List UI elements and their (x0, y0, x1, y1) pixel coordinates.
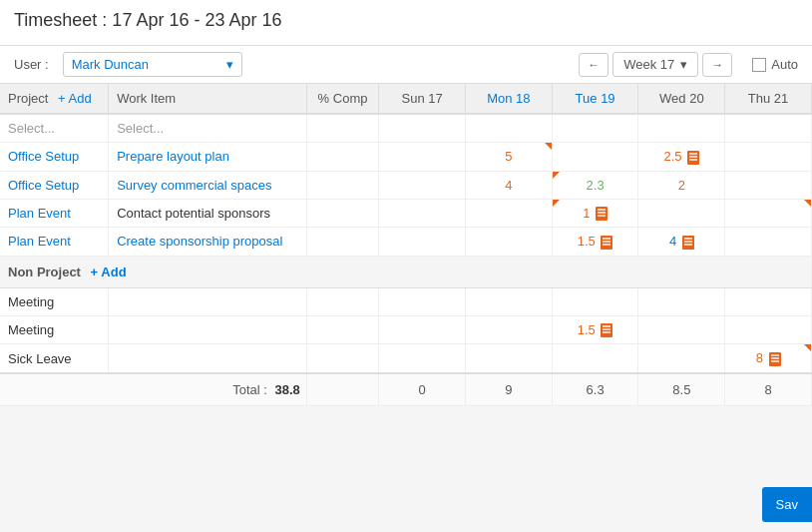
workitem-select[interactable]: Select... (109, 114, 307, 143)
thu-cell[interactable] (725, 199, 812, 228)
project-link[interactable]: Office Setup (8, 149, 79, 164)
table-row: Select... Select... (0, 114, 812, 143)
table-row: Plan Event Create sponsorship proposal 1… (0, 228, 812, 257)
thu-cell[interactable]: 8 (725, 344, 812, 373)
total-sun: 0 (379, 373, 466, 406)
sun-cell[interactable] (379, 228, 466, 257)
tue-cell[interactable]: 2.3 (552, 171, 638, 199)
mon-cell[interactable]: 4 (466, 171, 553, 199)
cell-value: 1.5 (578, 234, 596, 249)
non-project-item: Sick Leave (0, 344, 109, 373)
project-cell: Office Setup (0, 143, 109, 172)
sun-cell[interactable] (379, 143, 466, 172)
wed-cell[interactable]: 4 (638, 228, 725, 257)
workitem-cell: Survey commercial spaces (109, 171, 307, 199)
workitem-cell: Create sponsorship proposal (109, 228, 307, 257)
table-header-row: Project + Add Work Item % Comp Sun 17 Mo… (0, 84, 812, 114)
week-selector[interactable]: Week 17 ▾ (612, 52, 698, 77)
cell-value: 2.5 (664, 149, 682, 164)
project-link[interactable]: Plan Event (8, 206, 71, 221)
pct-cell (306, 171, 378, 199)
doc-icon (596, 207, 608, 221)
corner-flag-icon (553, 172, 560, 179)
mon-cell[interactable] (466, 344, 553, 373)
mon-cell[interactable]: 5 (466, 143, 553, 172)
pct-cell (306, 199, 378, 228)
table-row: Meeting (0, 287, 812, 315)
wed-cell[interactable] (638, 315, 725, 344)
wed-cell[interactable] (638, 344, 725, 373)
totals-row: Total : 38.8 0 9 6.3 8.5 8 (0, 373, 812, 406)
sun-cell[interactable] (379, 114, 466, 143)
project-select[interactable]: Select... (0, 114, 109, 143)
tue-cell[interactable] (552, 114, 638, 143)
col-header-tue: Tue 19 (552, 84, 638, 114)
next-week-button[interactable]: → (702, 53, 732, 77)
auto-label: Auto (771, 57, 798, 72)
user-dropdown[interactable]: Mark Duncan ▾ (63, 52, 242, 77)
wed-cell[interactable] (638, 199, 725, 228)
wed-cell[interactable] (638, 287, 725, 315)
table-row: Sick Leave 8 (0, 344, 812, 373)
table-row: Plan Event Contact potential sponsors 1 (0, 199, 812, 228)
tue-cell[interactable]: 1.5 (552, 228, 638, 257)
non-project-item: Meeting (0, 315, 109, 344)
workitem-link[interactable]: Survey commercial spaces (117, 178, 271, 193)
wed-cell[interactable]: 2 (638, 171, 725, 199)
add-non-project-button[interactable]: + Add (91, 265, 127, 279)
sun-cell[interactable] (379, 344, 466, 373)
auto-checkbox[interactable] (752, 58, 766, 72)
tue-cell[interactable] (552, 143, 638, 172)
wed-cell[interactable] (638, 114, 725, 143)
thu-cell[interactable] (725, 143, 812, 172)
project-link[interactable]: Plan Event (8, 234, 71, 249)
cell-value: 2.3 (587, 178, 605, 193)
thu-cell[interactable] (725, 287, 812, 315)
col-header-wed: Wed 20 (638, 84, 725, 114)
page-header: Timesheet : 17 Apr 16 - 23 Apr 16 (0, 0, 812, 46)
mon-cell[interactable] (466, 114, 553, 143)
col-header-workitem: Work Item (109, 84, 307, 114)
workitem-link[interactable]: Create sponsorship proposal (117, 234, 282, 249)
sun-cell[interactable] (379, 171, 466, 199)
thu-cell[interactable] (725, 315, 812, 344)
col-header-thu: Thu 21 (725, 84, 812, 114)
wed-cell[interactable]: 2.5 (638, 143, 725, 172)
col-header-sun: Sun 17 (379, 84, 466, 114)
mon-cell[interactable] (466, 287, 553, 315)
table-row: Office Setup Survey commercial spaces 4 … (0, 171, 812, 199)
workitem-cell (109, 344, 307, 373)
tue-cell[interactable]: 1 (552, 199, 638, 228)
mon-cell[interactable] (466, 228, 553, 257)
non-project-section: Non Project + Add (0, 256, 812, 287)
doc-icon (601, 323, 612, 337)
thu-cell[interactable] (725, 114, 812, 143)
tue-cell[interactable] (552, 344, 638, 373)
pct-cell (306, 287, 378, 315)
sun-cell[interactable] (379, 199, 466, 228)
add-project-button[interactable]: + Add (58, 91, 92, 106)
non-project-label: Non Project (8, 265, 81, 279)
cell-value: 5 (505, 149, 512, 164)
mon-cell[interactable] (466, 199, 553, 228)
thu-cell[interactable] (725, 171, 812, 199)
project-link[interactable]: Office Setup (8, 178, 79, 193)
cell-value: 2 (678, 178, 685, 193)
sun-cell[interactable] (379, 287, 466, 315)
workitem-link[interactable]: Prepare layout plan (117, 149, 229, 164)
project-cell: Plan Event (0, 199, 109, 228)
thu-cell[interactable] (725, 228, 812, 257)
tue-cell[interactable] (552, 287, 638, 315)
auto-toggle-area: Auto (752, 57, 798, 72)
project-cell: Office Setup (0, 171, 109, 199)
non-project-item: Meeting (0, 287, 109, 315)
prev-week-button[interactable]: ← (579, 53, 609, 77)
tue-cell[interactable]: 1.5 (552, 315, 638, 344)
workitem-cell (109, 315, 307, 344)
workitem-cell: Contact potential sponsors (109, 199, 307, 228)
sun-cell[interactable] (379, 315, 466, 344)
total-thu: 8 (725, 373, 812, 406)
total-mon: 9 (466, 373, 553, 406)
workitem-cell: Prepare layout plan (109, 143, 307, 172)
mon-cell[interactable] (466, 315, 553, 344)
